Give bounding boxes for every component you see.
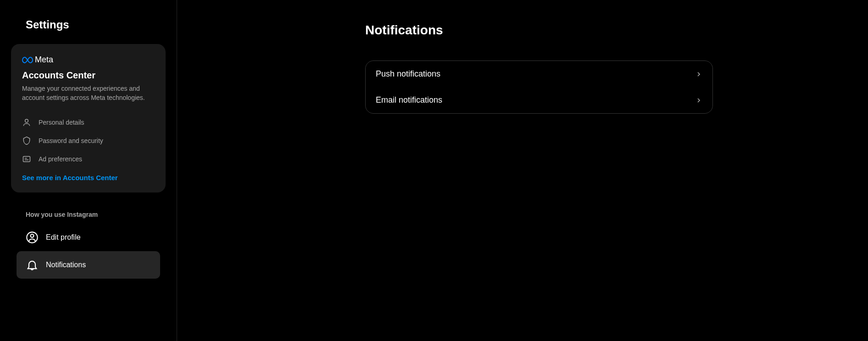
password-security-link[interactable]: Password and security <box>22 132 155 150</box>
meta-infinity-icon <box>22 56 33 64</box>
settings-sidebar: Settings Meta Accounts Center Manage you… <box>0 0 177 341</box>
accounts-center-title: Accounts Center <box>22 70 155 81</box>
svg-point-0 <box>25 120 28 123</box>
nav-notifications[interactable]: Notifications <box>17 251 160 279</box>
chevron-right-icon <box>695 97 702 104</box>
email-notifications-label: Email notifications <box>376 95 442 105</box>
meta-brand-text: Meta <box>35 55 53 65</box>
email-notifications-row[interactable]: Email notifications <box>366 87 712 113</box>
accounts-center-description: Manage your connected experiences and ac… <box>22 84 155 102</box>
bell-icon <box>26 258 39 271</box>
main-content: Notifications Push notifications Email n… <box>177 0 868 341</box>
chevron-right-icon <box>695 71 702 78</box>
push-notifications-label: Push notifications <box>376 69 440 79</box>
password-security-label: Password and security <box>39 137 103 144</box>
person-icon <box>22 118 31 127</box>
notifications-options-card: Push notifications Email notifications <box>365 60 713 114</box>
ad-preferences-label: Ad preferences <box>39 155 82 163</box>
shield-icon <box>22 136 31 145</box>
push-notifications-row[interactable]: Push notifications <box>366 61 712 87</box>
section-header-how-you-use: How you use Instagram <box>11 204 166 224</box>
profile-circle-icon <box>26 231 39 244</box>
see-more-accounts-center-link[interactable]: See more in Accounts Center <box>22 174 155 182</box>
settings-title: Settings <box>11 18 166 31</box>
ad-icon <box>22 154 31 164</box>
svg-point-5 <box>31 234 34 237</box>
svg-rect-1 <box>23 156 30 162</box>
nav-edit-profile-label: Edit profile <box>46 233 81 242</box>
personal-details-label: Personal details <box>39 119 84 126</box>
ad-preferences-link[interactable]: Ad preferences <box>22 150 155 168</box>
accounts-center-card: Meta Accounts Center Manage your connect… <box>11 44 166 192</box>
personal-details-link[interactable]: Personal details <box>22 113 155 132</box>
meta-logo: Meta <box>22 55 155 65</box>
page-title: Notifications <box>365 23 713 38</box>
nav-notifications-label: Notifications <box>46 261 86 269</box>
nav-edit-profile[interactable]: Edit profile <box>17 224 160 251</box>
